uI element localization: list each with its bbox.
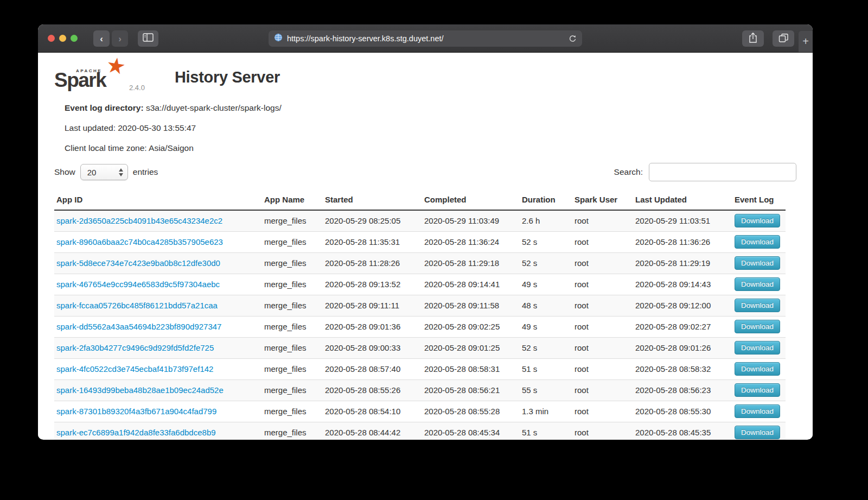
column-header-last-updated[interactable]: Last Updated bbox=[633, 190, 732, 210]
page-header: APACHE Spark ★ 2.4.0 History Server bbox=[54, 60, 796, 94]
app-id-link[interactable]: spark-4fc0522cd3e745ecbaf41b73f97ef142 bbox=[56, 364, 213, 374]
completed-cell: 2020-05-28 08:56:21 bbox=[422, 379, 520, 401]
duration-cell: 1.3 min bbox=[520, 401, 572, 422]
table-row: spark-5d8ece734e7c423e9ba0b8c12dfe30d0 m… bbox=[54, 252, 786, 274]
reload-icon[interactable] bbox=[569, 35, 577, 43]
download-button[interactable]: Download bbox=[735, 404, 780, 418]
select-stepper-icon bbox=[119, 168, 123, 176]
download-button[interactable]: Download bbox=[735, 362, 780, 376]
app-id-link[interactable]: spark-2fa30b4277c9496c9d929fd5fd2fe725 bbox=[56, 343, 214, 352]
spark-star-icon: ★ bbox=[105, 53, 127, 78]
search-label: Search: bbox=[614, 167, 643, 177]
download-button[interactable]: Download bbox=[735, 383, 780, 397]
table-row: spark-ec7c6899a1f942da8fe33fa6dbdce8b9 m… bbox=[54, 422, 786, 440]
last-updated-cell: 2020-05-28 09:12:00 bbox=[633, 295, 732, 316]
applications-table: App ID App Name Started Completed Durati… bbox=[54, 190, 786, 440]
show-tabs-button[interactable] bbox=[773, 30, 794, 47]
zoom-window-button[interactable] bbox=[71, 35, 78, 42]
app-id-link[interactable]: spark-dd5562a43aa54694b223bf890d927347 bbox=[56, 322, 221, 331]
app-id-link[interactable]: spark-8960a6baa2c74b0ca4285b357905e623 bbox=[56, 237, 223, 246]
logo-spark-text: Spark bbox=[54, 69, 106, 92]
spark-user-cell: root bbox=[572, 252, 633, 274]
app-name-cell: merge_files bbox=[262, 422, 323, 440]
share-button[interactable] bbox=[742, 30, 764, 47]
duration-cell: 52 s bbox=[520, 337, 572, 358]
app-name-cell: merge_files bbox=[262, 401, 323, 422]
started-cell: 2020-05-28 09:00:33 bbox=[323, 337, 422, 358]
app-name-cell: merge_files bbox=[262, 252, 323, 274]
table-row: spark-dd5562a43aa54694b223bf890d927347 m… bbox=[54, 316, 786, 337]
site-globe-icon bbox=[274, 33, 283, 44]
app-id-link[interactable]: spark-fccaa05726bc485f86121bdd57a21caa bbox=[56, 301, 218, 310]
app-id-link[interactable]: spark-5d8ece734e7c423e9ba0b8c12dfe30d0 bbox=[56, 258, 220, 268]
duration-cell: 51 s bbox=[520, 358, 572, 379]
app-id-link[interactable]: spark-2d3650a225cb4091b43e65c43234e2c2 bbox=[56, 216, 222, 225]
table-row: spark-8960a6baa2c74b0ca4285b357905e623 m… bbox=[54, 231, 786, 252]
started-cell: 2020-05-28 09:01:36 bbox=[323, 316, 422, 337]
app-id-link[interactable]: spark-16493d99beba48b28ae1b09ec24ad52e bbox=[56, 385, 224, 395]
search-input[interactable] bbox=[649, 163, 796, 181]
column-header-started[interactable]: Started bbox=[323, 190, 422, 210]
entries-select[interactable]: 20 bbox=[80, 164, 128, 180]
column-header-spark-user[interactable]: Spark User bbox=[572, 190, 633, 210]
completed-cell: 2020-05-28 11:29:18 bbox=[422, 252, 520, 274]
column-header-app-name[interactable]: App Name bbox=[262, 190, 323, 210]
spark-version: 2.4.0 bbox=[129, 84, 145, 92]
back-chevron-icon: ‹ bbox=[100, 34, 103, 43]
download-button[interactable]: Download bbox=[735, 235, 780, 249]
sidebar-icon bbox=[143, 33, 154, 44]
completed-cell: 2020-05-28 08:58:31 bbox=[422, 358, 520, 379]
last-updated-cell: 2020-05-28 08:58:32 bbox=[633, 358, 732, 379]
event-log-directory-value: s3a://duyet-spark-cluster/spark-logs/ bbox=[146, 103, 282, 112]
column-header-duration[interactable]: Duration bbox=[520, 190, 572, 210]
completed-cell: 2020-05-28 08:45:34 bbox=[422, 422, 520, 440]
forward-button[interactable]: › bbox=[112, 30, 128, 47]
app-id-link[interactable]: spark-87301b89320f4a3fb671a904c4fad799 bbox=[56, 407, 216, 416]
download-button[interactable]: Download bbox=[735, 256, 780, 270]
completed-cell: 2020-05-28 09:14:41 bbox=[422, 274, 520, 295]
column-header-completed[interactable]: Completed bbox=[422, 190, 520, 210]
download-button[interactable]: Download bbox=[735, 299, 780, 312]
event-log-directory-line: Event log directory: s3a://duyet-spark-c… bbox=[65, 103, 796, 113]
last-updated-cell: 2020-05-28 11:29:19 bbox=[633, 252, 732, 274]
started-cell: 2020-05-29 08:25:05 bbox=[323, 210, 422, 231]
started-cell: 2020-05-28 11:35:31 bbox=[323, 231, 422, 252]
sidebar-toggle-button[interactable] bbox=[138, 30, 158, 47]
last-updated-cell: 2020-05-28 11:36:26 bbox=[633, 231, 732, 252]
app-name-cell: merge_files bbox=[262, 316, 323, 337]
app-id-link[interactable]: spark-467654e9cc994e6583d9c5f97304aebc bbox=[56, 280, 220, 289]
spark-user-cell: root bbox=[572, 295, 633, 316]
started-cell: 2020-05-28 08:54:10 bbox=[323, 401, 422, 422]
duration-cell: 48 s bbox=[520, 295, 572, 316]
spark-history-page: APACHE Spark ★ 2.4.0 History Server Even… bbox=[38, 53, 813, 439]
entries-suffix-label: entries bbox=[133, 167, 158, 177]
tabs-icon bbox=[778, 33, 789, 45]
download-button[interactable]: Download bbox=[735, 426, 780, 439]
page-title: History Server bbox=[175, 68, 280, 86]
completed-cell: 2020-05-28 11:36:24 bbox=[422, 231, 520, 252]
address-bar[interactable]: https://spark-history-server.k8s.stg.duy… bbox=[269, 30, 582, 47]
download-button[interactable]: Download bbox=[735, 277, 780, 291]
table-row: spark-4fc0522cd3e745ecbaf41b73f97ef142 m… bbox=[54, 358, 786, 379]
back-button[interactable]: ‹ bbox=[93, 30, 110, 47]
forward-chevron-icon: › bbox=[118, 34, 122, 43]
spark-user-cell: root bbox=[572, 316, 633, 337]
last-updated-cell: 2020-05-28 08:55:30 bbox=[633, 401, 732, 422]
last-updated-line: Last updated: 2020-05-30 13:55:47 bbox=[65, 123, 796, 134]
completed-cell: 2020-05-28 09:01:25 bbox=[422, 337, 520, 358]
browser-window: ‹ › https://spark-history-server.k8s.stg… bbox=[38, 24, 813, 440]
close-window-button[interactable] bbox=[48, 35, 55, 42]
column-header-app-id[interactable]: App ID bbox=[54, 190, 262, 210]
table-row: spark-87301b89320f4a3fb671a904c4fad799 m… bbox=[54, 401, 786, 422]
minimize-window-button[interactable] bbox=[59, 35, 66, 42]
completed-cell: 2020-05-28 09:11:58 bbox=[422, 295, 520, 316]
download-button[interactable]: Download bbox=[735, 214, 780, 227]
app-id-link[interactable]: spark-ec7c6899a1f942da8fe33fa6dbdce8b9 bbox=[56, 428, 216, 437]
column-header-event-log[interactable]: Event Log bbox=[732, 190, 786, 210]
download-button[interactable]: Download bbox=[735, 320, 780, 333]
new-tab-button[interactable]: + bbox=[799, 31, 813, 52]
download-button[interactable]: Download bbox=[735, 341, 780, 355]
completed-cell: 2020-05-29 11:03:49 bbox=[422, 210, 520, 231]
started-cell: 2020-05-28 08:55:26 bbox=[323, 379, 422, 401]
duration-cell: 51 s bbox=[520, 422, 572, 440]
